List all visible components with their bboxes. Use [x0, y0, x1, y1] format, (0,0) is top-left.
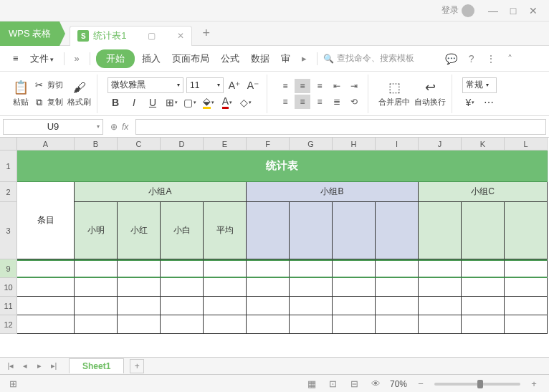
cell[interactable] — [333, 297, 376, 315]
cell[interactable] — [376, 202, 419, 259]
cell[interactable] — [333, 315, 376, 334]
number-format-select[interactable]: 常规▾ — [462, 77, 497, 93]
cell[interactable] — [17, 297, 75, 315]
cell[interactable] — [17, 315, 75, 334]
menu-start[interactable]: 开始 — [96, 49, 135, 68]
col-header[interactable]: F — [247, 138, 290, 150]
cell[interactable] — [290, 315, 333, 334]
layout-icon[interactable]: ⊞ — [7, 378, 19, 390]
cell[interactable] — [376, 315, 419, 334]
cell[interactable] — [505, 297, 548, 315]
cell[interactable] — [419, 278, 462, 297]
chat-icon[interactable]: 💬 — [441, 53, 462, 64]
cell[interactable] — [118, 315, 161, 334]
cell[interactable] — [462, 278, 505, 297]
cell[interactable]: 小组C — [419, 182, 548, 202]
font-name-select[interactable]: 微软雅黑▾ — [108, 77, 183, 93]
menu-formula[interactable]: 公式 — [216, 49, 244, 68]
cell[interactable] — [247, 259, 290, 278]
cell[interactable] — [204, 315, 247, 334]
cell[interactable]: 小明 — [75, 202, 118, 259]
spreadsheet-grid[interactable]: ABCDEFGHIJKL 1239101112 统计表条目小组A小组B小组C小明… — [0, 138, 549, 357]
format-painter-button[interactable]: 🖌 格式刷 — [67, 80, 91, 107]
zoom-in-button[interactable]: + — [526, 378, 542, 391]
border-button[interactable]: ⊞▾ — [163, 95, 179, 110]
add-sheet-button[interactable]: + — [130, 359, 144, 373]
cell[interactable] — [118, 297, 161, 315]
align-left-button[interactable]: ≡ — [277, 95, 293, 109]
kebab-icon[interactable]: ⋮ — [482, 53, 500, 64]
cut-button[interactable]: ✂剪切 — [33, 77, 63, 93]
col-header[interactable]: I — [376, 138, 419, 150]
sheet-first-button[interactable]: |◂ — [4, 360, 17, 373]
cell-reference-input[interactable]: U9 — [3, 119, 103, 135]
cell[interactable] — [247, 315, 290, 334]
cell[interactable] — [161, 315, 204, 334]
menu-data[interactable]: 数据 — [247, 49, 274, 68]
increase-font-button[interactable]: A⁺ — [226, 77, 242, 93]
wrap-button[interactable]: ↩自动换行 — [414, 80, 446, 107]
align-top-button[interactable]: ≡ — [277, 79, 293, 93]
cell[interactable] — [333, 278, 376, 297]
orientation-button[interactable]: ⟲ — [346, 95, 362, 109]
collapse-ribbon-icon[interactable]: ˄ — [503, 53, 517, 64]
distribute-button[interactable]: ≣ — [329, 95, 345, 109]
col-header[interactable]: H — [333, 138, 376, 150]
clear-format-button[interactable]: ◇▾ — [238, 95, 254, 110]
cell[interactable] — [290, 202, 333, 259]
font-size-select[interactable]: 11▾ — [186, 77, 224, 93]
bold-button[interactable]: B — [108, 95, 123, 110]
cell[interactable] — [204, 259, 247, 278]
sheet-prev-button[interactable]: ◂ — [19, 360, 32, 373]
cell[interactable] — [333, 259, 376, 278]
cell[interactable] — [419, 202, 462, 259]
col-header[interactable]: K — [462, 138, 505, 150]
cell[interactable] — [118, 259, 161, 278]
search-box[interactable]: 🔍 查找命令、搜索模板 — [323, 52, 438, 64]
cell-style-button[interactable]: ▢▾ — [182, 95, 198, 110]
align-center-button[interactable]: ≡ — [295, 95, 310, 109]
cell[interactable]: 小组B — [247, 182, 419, 202]
indent-inc-button[interactable]: ⇥ — [346, 79, 362, 93]
italic-button[interactable]: I — [126, 95, 142, 110]
cell[interactable] — [376, 278, 419, 297]
app-badge[interactable]: WPS 表格 — [0, 21, 59, 46]
align-middle-button[interactable]: ≡ — [295, 79, 310, 93]
cell[interactable] — [75, 315, 118, 334]
trace-icon[interactable]: ⊕ — [110, 122, 118, 132]
menu-more-right[interactable]: ▸ — [297, 50, 311, 67]
col-header[interactable]: B — [75, 138, 118, 150]
cell[interactable]: 小白 — [161, 202, 204, 259]
menu-review[interactable]: 审 — [277, 49, 295, 68]
fx-icon[interactable]: fx — [122, 122, 128, 132]
col-header[interactable]: G — [290, 138, 333, 150]
align-bottom-button[interactable]: ≡ — [312, 79, 328, 93]
cell[interactable]: 条目 — [17, 182, 75, 259]
cell[interactable] — [247, 297, 290, 315]
cell[interactable] — [505, 315, 548, 334]
col-header[interactable]: E — [204, 138, 247, 150]
cell[interactable]: 小红 — [118, 202, 161, 259]
cell[interactable] — [290, 278, 333, 297]
sheet-last-button[interactable]: ▸| — [47, 360, 60, 373]
avatar-icon[interactable] — [462, 4, 474, 17]
row-header[interactable]: 12 — [0, 315, 17, 334]
cell[interactable] — [75, 278, 118, 297]
merge-button[interactable]: ⬚合并居中 — [378, 80, 410, 107]
cell[interactable] — [376, 297, 419, 315]
more-number-button[interactable]: ⋯ — [481, 95, 497, 110]
row-header[interactable]: 2 — [0, 182, 17, 202]
sheet-next-button[interactable]: ▸ — [33, 360, 46, 373]
cell[interactable] — [204, 278, 247, 297]
cell[interactable]: 平均 — [204, 202, 247, 259]
row-header[interactable]: 9 — [0, 259, 17, 278]
login-label[interactable]: 登录 — [441, 4, 459, 16]
cell[interactable] — [419, 259, 462, 278]
zoom-out-button[interactable]: − — [413, 378, 429, 391]
menu-layout[interactable]: 页面布局 — [168, 49, 214, 68]
fill-color-button[interactable]: ⬙▾ — [201, 95, 216, 110]
cell[interactable] — [204, 297, 247, 315]
cell[interactable] — [462, 259, 505, 278]
present-icon[interactable]: ▢ — [148, 31, 156, 41]
decrease-font-button[interactable]: A⁻ — [245, 77, 261, 93]
